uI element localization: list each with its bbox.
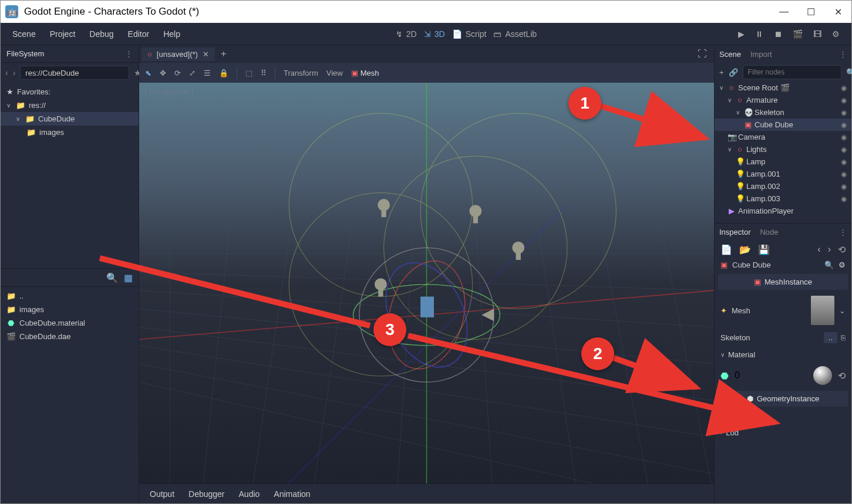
section-geometryinstance[interactable]: ⬢GeometryInstance: [718, 391, 848, 407]
3d-viewport[interactable]: [ Perspective ]: [139, 83, 714, 483]
visibility-icon[interactable]: ◉: [841, 84, 847, 92]
inspector-tab[interactable]: Inspector: [719, 225, 750, 239]
visibility-icon[interactable]: ◉: [841, 146, 847, 154]
new-tab-button[interactable]: +: [221, 49, 226, 59]
move-tool[interactable]: ✥: [160, 69, 166, 77]
play-custom-button[interactable]: 🎞: [813, 29, 821, 39]
section-geometry[interactable]: ›Geometry: [715, 409, 851, 425]
dock-menu-icon[interactable]: ⋮: [839, 228, 847, 236]
fs-folder-cubedude[interactable]: ∨📁CubeDude: [1, 112, 139, 126]
scale-tool[interactable]: ⤢: [189, 69, 196, 77]
fs-file-images[interactable]: 📁images: [1, 303, 139, 316]
output-tab[interactable]: Output: [150, 489, 174, 499]
node-lamp[interactable]: 💡Lamp◉: [715, 155, 851, 168]
snap-tool[interactable]: ⠿: [261, 69, 267, 77]
object-tool[interactable]: ⬚: [245, 69, 252, 77]
visibility-icon[interactable]: ◉: [841, 133, 847, 141]
render-button[interactable]: ⚙: [832, 29, 840, 39]
visibility-icon[interactable]: ◉: [841, 195, 847, 203]
visibility-icon[interactable]: ◉: [841, 182, 847, 191]
node-lamp003[interactable]: 💡Lamp.003◉: [715, 192, 851, 205]
assign-icon[interactable]: ⎘: [841, 333, 846, 342]
fs-favorites[interactable]: ★Favorites:: [1, 85, 139, 99]
chevron-down-icon[interactable]: ⌄: [839, 306, 846, 315]
section-material[interactable]: ∨Material: [715, 347, 851, 363]
fs-back-button[interactable]: ‹: [5, 68, 8, 77]
node-animationplayer[interactable]: ▶AnimationPlayer: [715, 205, 851, 217]
fs-file-parent[interactable]: 📁..: [1, 289, 139, 303]
node-scene-root[interactable]: ∨○Scene Root🎬◉: [715, 82, 851, 94]
search-icon[interactable]: 🔍: [106, 272, 118, 283]
fs-file-dae[interactable]: 🎬CubeDude.dae: [1, 330, 139, 343]
dock-menu-icon[interactable]: ⋮: [839, 50, 847, 59]
history-icon[interactable]: ⟲: [838, 244, 846, 255]
save-resource-icon[interactable]: 💾: [758, 244, 770, 255]
section-meshinstance[interactable]: ▣MeshInstance: [718, 274, 848, 290]
node-lamp002[interactable]: 💡Lamp.002◉: [715, 180, 851, 192]
node-camera[interactable]: 📷Camera◉: [715, 131, 851, 143]
history-back-icon[interactable]: ‹: [817, 244, 820, 255]
search-icon[interactable]: 🔍: [824, 261, 834, 269]
lock-tool[interactable]: 🔒: [219, 69, 228, 77]
select-tool[interactable]: ⬉: [145, 69, 151, 77]
mesh-menu[interactable]: ▣Mesh: [351, 69, 379, 77]
node-cube-dube[interactable]: ▣Cube Dube◉: [715, 119, 851, 131]
fs-path-input[interactable]: [20, 66, 129, 80]
rotate-tool[interactable]: ⟳: [174, 69, 181, 77]
menu-help[interactable]: Help: [163, 29, 180, 39]
link-button[interactable]: 🔗: [729, 68, 738, 77]
prop-skeleton[interactable]: Skeleton .. ⎘: [715, 329, 851, 347]
mode-2d-button[interactable]: ↯2D: [396, 29, 417, 39]
prop-mesh[interactable]: ✦ Mesh ⌄: [715, 292, 851, 329]
mesh-thumbnail[interactable]: [811, 296, 834, 325]
animation-tab[interactable]: Animation: [274, 489, 310, 499]
mode-3d-button[interactable]: ⇲3D: [424, 29, 445, 39]
debugger-tab[interactable]: Debugger: [188, 489, 225, 499]
close-button[interactable]: ✕: [833, 6, 843, 18]
visibility-icon[interactable]: ◉: [841, 96, 847, 104]
history-fwd-icon[interactable]: ›: [828, 244, 831, 255]
add-node-button[interactable]: +: [719, 68, 724, 77]
material-slot-0[interactable]: ⬣ 0 ⟲: [715, 363, 851, 388]
pause-button[interactable]: ⏸: [755, 29, 763, 39]
audio-tab[interactable]: Audio: [239, 489, 260, 499]
tab-unsaved[interactable]: ○ [unsaved](*) ✕: [142, 48, 215, 61]
play-button[interactable]: ▶: [738, 29, 745, 39]
node-skeleton[interactable]: ∨💀Skeleton◉: [715, 106, 851, 119]
fs-file-material[interactable]: ⬣CubeDube.material: [1, 316, 139, 330]
filter-nodes-input[interactable]: [743, 65, 841, 79]
material-preview[interactable]: [813, 366, 832, 385]
transform-menu[interactable]: Transform: [284, 69, 318, 77]
list-tool[interactable]: ☰: [204, 69, 211, 77]
section-lod[interactable]: ›Lod: [715, 425, 851, 441]
new-resource-icon[interactable]: 📄: [720, 244, 732, 255]
grid-view-icon[interactable]: ▦: [124, 272, 133, 283]
import-dock-tab[interactable]: Import: [750, 48, 772, 61]
stop-button[interactable]: ⏹: [774, 29, 782, 39]
node-armature[interactable]: ∨○Armature◉: [715, 94, 851, 106]
node-lights[interactable]: ∨○Lights◉: [715, 143, 851, 155]
mode-assetlib-button[interactable]: 🗃AssetLib: [493, 29, 537, 39]
search-icon[interactable]: 🔍: [846, 68, 852, 77]
reset-icon[interactable]: ⟲: [838, 370, 846, 381]
menu-scene[interactable]: Scene: [12, 29, 36, 39]
dock-menu-icon[interactable]: ⋮: [125, 49, 133, 58]
mode-script-button[interactable]: 📄Script: [452, 29, 487, 39]
close-tab-icon[interactable]: ✕: [203, 50, 209, 59]
visibility-icon[interactable]: ◉: [841, 121, 847, 129]
visibility-icon[interactable]: ◉: [841, 170, 847, 178]
scene-dock-tab[interactable]: Scene: [719, 48, 741, 61]
visibility-icon[interactable]: ◉: [841, 158, 847, 166]
fs-forward-button[interactable]: ›: [13, 68, 16, 77]
maximize-button[interactable]: ☐: [806, 6, 816, 18]
node-tab[interactable]: Node: [760, 225, 778, 239]
menu-debug[interactable]: Debug: [89, 29, 113, 39]
minimize-button[interactable]: —: [779, 6, 789, 18]
settings-icon[interactable]: ⚙: [838, 261, 846, 269]
open-resource-icon[interactable]: 📂: [739, 244, 751, 255]
menu-editor[interactable]: Editor: [128, 29, 150, 39]
node-lamp001[interactable]: 💡Lamp.001◉: [715, 168, 851, 180]
fs-folder-images[interactable]: 📁images: [1, 126, 139, 139]
visibility-icon[interactable]: ◉: [841, 109, 847, 117]
fs-root[interactable]: ∨📁res://: [1, 99, 139, 112]
